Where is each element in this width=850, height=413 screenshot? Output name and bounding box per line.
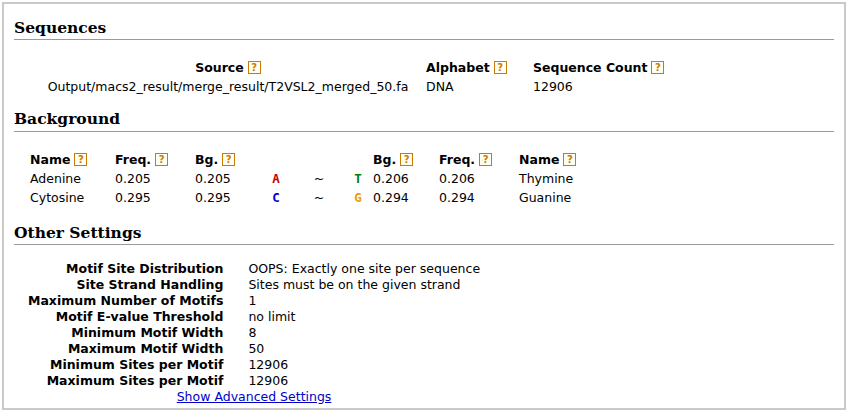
help-icon[interactable]: ? [400,153,413,166]
setting-value: OOPS: Exactly one site per sequence [223,261,480,277]
setting-row: Motif E-value Threshold no limit [28,309,480,325]
nt-letter-guanine: G [343,188,373,207]
sequence-count-value: 12906 [533,77,664,96]
column-header-freq-right-label: Freq. [439,152,475,167]
freq-cell: 0.206 [439,169,519,188]
base-name-cell: Cytosine [30,188,115,207]
sequences-data-row: Output/macs2_result/merge_result/T2VSL2_… [30,77,664,96]
column-header-freq-right: Freq.? [439,150,519,169]
advanced-settings-cell: Show Advanced Settings [28,389,480,405]
setting-label: Minimum Motif Width [28,325,223,341]
background-row-cytosine-guanine: Cytosine 0.295 0.295 C ~ G 0.294 0.294 G… [30,188,576,207]
advanced-settings-row: Show Advanced Settings [28,389,480,405]
source-value: Output/macs2_result/merge_result/T2VSL2_… [30,77,426,96]
setting-row: Motif Site Distribution OOPS: Exactly on… [28,261,480,277]
bg-cell: 0.205 [195,169,257,188]
complement-tilde: ~ [295,188,343,207]
column-header-bg-right: Bg.? [373,150,439,169]
setting-row: Minimum Sites per Motif 12906 [28,357,480,373]
nt-letter-thymine: T [343,169,373,188]
setting-row: Minimum Motif Width 8 [28,325,480,341]
column-header-name-left-label: Name [30,152,70,167]
freq-cell: 0.295 [115,188,195,207]
setting-value: Sites must be on the given strand [223,277,480,293]
setting-label: Maximum Number of Motifs [28,293,223,309]
setting-value: 12906 [223,357,480,373]
sequences-table: Source? Alphabet? Sequence Count? Output… [30,58,664,96]
background-table: Name? Freq.? Bg.? Bg.? Freq.? [30,150,576,207]
section-divider [14,244,834,245]
sequences-section: Sequences Source? Alphabet? Sequence Cou… [14,20,834,96]
column-header-freq-left-label: Freq. [115,152,151,167]
show-advanced-settings-link[interactable]: Show Advanced Settings [177,389,332,404]
other-settings-section-title: Other Settings [14,225,834,241]
column-header-spacer [343,150,373,169]
base-name-cell: Thymine [519,169,576,188]
help-icon[interactable]: ? [563,153,576,166]
column-header-freq-left: Freq.? [115,150,195,169]
background-section: Background Name? Freq.? Bg.? [14,111,834,206]
column-header-source-label: Source [195,60,244,75]
section-divider [14,131,834,132]
sequences-header-row: Source? Alphabet? Sequence Count? [30,58,664,77]
bg-cell: 0.294 [373,188,439,207]
column-header-spacer [295,150,343,169]
column-header-spacer [257,150,295,169]
help-icon[interactable]: ? [479,153,492,166]
column-header-bg-left-label: Bg. [195,152,218,167]
setting-label: Maximum Motif Width [28,341,223,357]
setting-label: Maximum Sites per Motif [28,373,223,389]
help-icon[interactable]: ? [248,61,261,74]
column-header-alphabet: Alphabet? [426,58,533,77]
bg-cell: 0.206 [373,169,439,188]
complement-tilde: ~ [295,169,343,188]
setting-value: 50 [223,341,480,357]
column-header-bg-right-label: Bg. [373,152,396,167]
nt-letter-adenine: A [257,169,295,188]
column-header-name-right: Name? [519,150,576,169]
column-header-alphabet-label: Alphabet [426,60,490,75]
job-settings-panel: Sequences Source? Alphabet? Sequence Cou… [2,2,846,410]
bg-cell: 0.295 [195,188,257,207]
setting-value: 1 [223,293,480,309]
freq-cell: 0.294 [439,188,519,207]
background-row-adenine-thymine: Adenine 0.205 0.205 A ~ T 0.206 0.206 Th… [30,169,576,188]
base-name-cell: Adenine [30,169,115,188]
setting-value: 8 [223,325,480,341]
setting-value: no limit [223,309,480,325]
setting-row: Maximum Sites per Motif 12906 [28,373,480,389]
setting-label: Site Strand Handling [28,277,223,293]
help-icon[interactable]: ? [74,153,87,166]
help-icon[interactable]: ? [155,153,168,166]
column-header-source: Source? [30,58,426,77]
other-settings-section: Other Settings Motif Site Distribution O… [14,225,834,405]
setting-row: Maximum Number of Motifs 1 [28,293,480,309]
sequences-section-title: Sequences [14,20,834,36]
column-header-name-left: Name? [30,150,115,169]
help-icon[interactable]: ? [222,153,235,166]
setting-label: Motif Site Distribution [28,261,223,277]
background-section-title: Background [14,111,834,127]
column-header-sequence-count: Sequence Count? [533,58,664,77]
setting-label: Minimum Sites per Motif [28,357,223,373]
background-header-row: Name? Freq.? Bg.? Bg.? Freq.? [30,150,576,169]
setting-row: Site Strand Handling Sites must be on th… [28,277,480,293]
column-header-bg-left: Bg.? [195,150,257,169]
base-name-cell: Guanine [519,188,576,207]
alphabet-value: DNA [426,77,533,96]
setting-value: 12906 [223,373,480,389]
freq-cell: 0.205 [115,169,195,188]
help-icon[interactable]: ? [494,61,507,74]
column-header-name-right-label: Name [519,152,559,167]
setting-label: Motif E-value Threshold [28,309,223,325]
other-settings-table: Motif Site Distribution OOPS: Exactly on… [28,261,480,405]
column-header-sequence-count-label: Sequence Count [533,60,647,75]
setting-row: Maximum Motif Width 50 [28,341,480,357]
nt-letter-cytosine: C [257,188,295,207]
help-icon[interactable]: ? [651,61,664,74]
section-divider [14,39,834,40]
